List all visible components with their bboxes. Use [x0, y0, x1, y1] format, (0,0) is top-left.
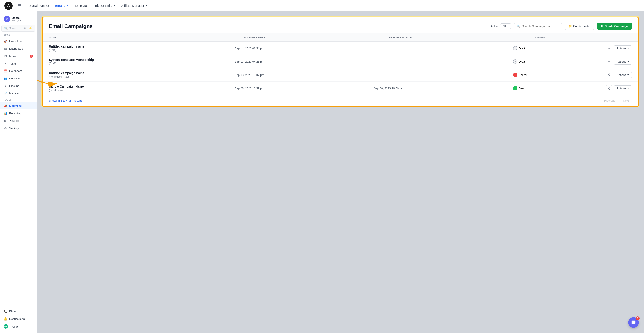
previous-button[interactable]: Previous [601, 98, 618, 104]
chat-widget[interactable]: 3 [628, 317, 639, 328]
status-icon: ✓ [513, 59, 518, 64]
actions-label: Actions [616, 47, 626, 50]
pagination: Previous Next [601, 98, 632, 104]
table-footer: Showing 1 to 4 of 4 results Previous Nex… [43, 95, 638, 106]
campaign-subname: (Draft) [49, 49, 234, 52]
active-filter-label: Active [490, 24, 499, 28]
header-schedule-date: SCHEDULE DATE [243, 36, 389, 39]
status-icon: ✓ [513, 46, 518, 50]
sidebar-item-youtube[interactable]: ▶ Youtube [0, 117, 36, 124]
actions-button[interactable]: Actions [614, 72, 632, 78]
next-button[interactable]: Next [620, 98, 632, 104]
sidebar-item-phone[interactable]: 📞 Phone [0, 308, 36, 315]
actions-button[interactable]: Actions [614, 59, 632, 65]
pipeline-icon: ◈ [4, 84, 8, 88]
sidebar-item-launchpad[interactable]: 🚀 Launchpad [0, 37, 36, 45]
svg-point-2 [610, 75, 610, 76]
edit-button[interactable]: ✏ [606, 45, 612, 51]
campaign-name: Untitled campaign name [49, 71, 234, 75]
profile-icon: BP [4, 324, 8, 329]
sidebar-item-marketing[interactable]: 📣 Marketing [0, 102, 36, 109]
sidebar-item-pipeline[interactable]: ◈ Pipeline [0, 82, 36, 89]
search-input[interactable] [522, 24, 559, 28]
sidebar-item-inbox[interactable]: ✉ Inbox 2 [0, 52, 36, 60]
folder-icon: 📁 [568, 24, 572, 28]
edit-button[interactable]: ✏ [606, 58, 612, 65]
campaign-subname: (Draft) [49, 62, 234, 65]
sidebar-item-label: Phone [9, 310, 18, 313]
sidebar-item-notifications[interactable]: 🔔 Notifications [0, 315, 36, 323]
sidebar-item-calendars[interactable]: 📅 Calendars [0, 67, 36, 75]
table-row: System Template: Membership (Draft) Sep … [43, 55, 638, 68]
sidebar-item-label: Profile [10, 325, 18, 328]
table-actions: ✏ Actions [606, 58, 632, 65]
hamburger-icon[interactable]: ☰ [18, 3, 22, 8]
campaigns-panel: Email Campaigns Active All 🔍 📁 Create Fo… [42, 17, 639, 107]
active-filter-dropdown[interactable]: All [500, 23, 511, 29]
nav-item-templates[interactable]: Templates [72, 3, 91, 9]
sidebar-user[interactable]: D Demo Irvine, CA [1, 14, 36, 24]
campaigns-header: Email Campaigns Active All 🔍 📁 Create Fo… [43, 17, 638, 33]
status-icon: ! [513, 73, 518, 77]
sidebar-user-name: Demo [12, 16, 29, 19]
create-folder-button[interactable]: 📁 Create Folder [565, 22, 594, 30]
top-nav-avatar[interactable]: A [4, 1, 13, 10]
create-campaign-button[interactable]: ✉ Create Campaign [597, 23, 632, 29]
share-button[interactable] [606, 85, 612, 91]
page-title: Email Campaigns [49, 23, 93, 29]
active-filter: Active All [490, 23, 511, 29]
sidebar-item-dashboard[interactable]: ▦ Dashboard [0, 45, 36, 52]
search-kbd: ⌘K [24, 27, 28, 29]
sidebar-item-label: Calendars [9, 69, 22, 73]
svg-point-5 [610, 87, 610, 88]
svg-point-0 [610, 73, 610, 74]
actions-chevron-icon [627, 88, 629, 89]
sidebar-item-profile[interactable]: BP Profile [0, 323, 36, 330]
campaign-name: System Template: Membership [49, 58, 234, 61]
inbox-badge: 2 [30, 55, 33, 57]
search-box[interactable]: 🔍 [514, 23, 562, 29]
sidebar-item-invoices[interactable]: 📄 Invoices [0, 89, 36, 97]
create-folder-label: Create Folder [573, 24, 590, 28]
actions-chevron-icon [627, 74, 629, 75]
sidebar-search[interactable]: 🔍 Search ⌘K ⚡ [1, 25, 35, 31]
reporting-icon: 📊 [4, 111, 8, 115]
status-badge: ✓ Draft [513, 59, 606, 64]
sidebar-item-label: Launchpad [9, 40, 23, 43]
nav-item-social-planner[interactable]: Social Planner [27, 3, 52, 9]
sidebar-item-label: Settings [9, 127, 20, 130]
nav-item-affiliate-manager[interactable]: Affiliate Manager [119, 3, 150, 9]
execution-date: Sep 08, 2023 10:59 pm [374, 87, 513, 90]
actions-button[interactable]: Actions [614, 85, 632, 91]
table-header: NAME SCHEDULE DATE EXECUTION DATE STATUS [43, 33, 638, 42]
search-icon: 🔍 [517, 24, 520, 28]
sidebar-item-contacts[interactable]: 👥 Contacts [0, 75, 36, 82]
sidebar-item-reporting[interactable]: 📊 Reporting [0, 109, 36, 117]
actions-label: Actions [616, 73, 626, 77]
actions-button[interactable]: Actions [614, 45, 632, 51]
share-button[interactable] [606, 72, 612, 78]
chat-badge: 3 [636, 316, 640, 320]
sidebar-bottom: 📞 Phone 🔔 Notifications BP Profile [0, 306, 36, 330]
affiliate-dropdown-icon [146, 5, 147, 6]
status-label: Sent [519, 87, 524, 90]
header-status: STATUS [535, 36, 632, 39]
header-execution-date: EXECUTION DATE [389, 36, 535, 39]
settings-icon: ⚙ [4, 126, 8, 130]
create-campaign-label: Create Campaign [604, 24, 628, 28]
campaign-icon: ✉ [601, 24, 603, 28]
filter-chevron-icon [507, 26, 509, 27]
marketing-icon: 📣 [4, 104, 8, 108]
results-count: Showing 1 to 4 of 4 results [49, 99, 82, 102]
top-nav-items: Social Planner Emails Templates Trigger … [27, 3, 640, 9]
campaign-subname: (Every Day RSS) [49, 75, 234, 78]
actions-label: Actions [616, 60, 626, 63]
sidebar-item-tasks[interactable]: ✓ Tasks [0, 60, 36, 67]
avatar: D [4, 16, 10, 22]
sidebar-item-settings[interactable]: ⚙ Settings [0, 124, 36, 132]
tools-section-label: Tools [0, 97, 36, 102]
status-icon: ✓ [513, 86, 518, 90]
nav-item-emails[interactable]: Emails [52, 3, 71, 9]
svg-point-1 [608, 74, 609, 75]
nav-item-trigger-links[interactable]: Trigger Links [92, 3, 118, 9]
